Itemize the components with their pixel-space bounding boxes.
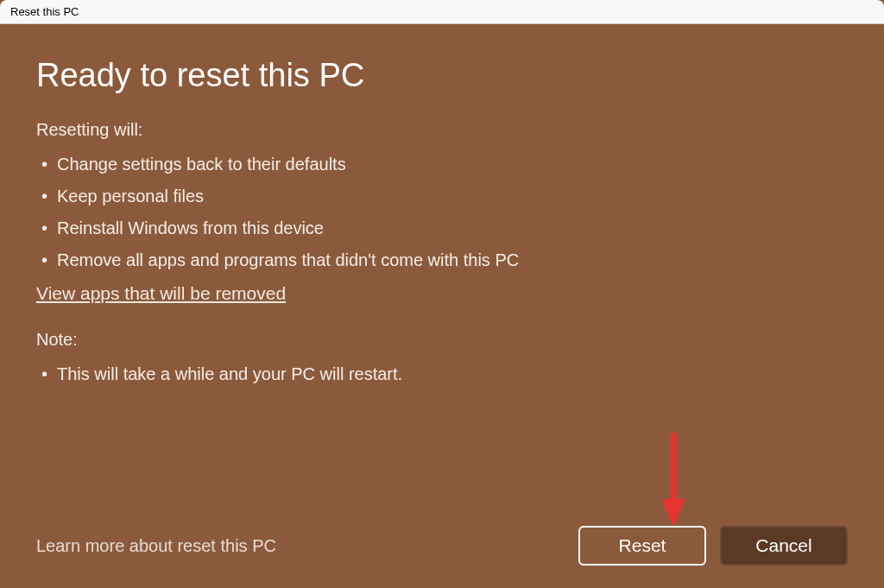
page-title: Ready to reset this PC	[36, 57, 848, 94]
list-item: Keep personal files	[36, 180, 848, 212]
button-group: Reset Cancel	[578, 526, 848, 566]
note-label: Note:	[36, 330, 848, 350]
svg-marker-1	[661, 499, 685, 527]
resetting-list: Change settings back to their defaults K…	[36, 149, 848, 276]
resetting-label: Resetting will:	[36, 120, 848, 140]
cancel-button[interactable]: Cancel	[720, 526, 848, 566]
note-section: Note: This will take a while and your PC…	[36, 330, 848, 394]
list-item: Remove all apps and programs that didn't…	[36, 244, 848, 276]
dialog-content: Ready to reset this PC Resetting will: C…	[0, 24, 884, 588]
list-item: Change settings back to their defaults	[36, 149, 848, 180]
window-title: Reset this PC	[10, 5, 79, 18]
note-list: This will take a while and your PC will …	[36, 358, 848, 390]
reset-button[interactable]: Reset	[578, 526, 706, 566]
bottom-row: Learn more about reset this PC Reset Can…	[36, 526, 848, 566]
list-item: This will take a while and your PC will …	[36, 358, 848, 390]
learn-more-link[interactable]: Learn more about reset this PC	[36, 536, 276, 556]
resetting-section: Resetting will: Change settings back to …	[36, 120, 848, 280]
view-apps-link[interactable]: View apps that will be removed	[36, 283, 848, 304]
titlebar: Reset this PC	[0, 0, 884, 24]
arrow-annotation-icon	[656, 430, 691, 534]
reset-pc-dialog: Reset this PC Ready to reset this PC Res…	[0, 0, 884, 588]
list-item: Reinstall Windows from this device	[36, 212, 848, 244]
